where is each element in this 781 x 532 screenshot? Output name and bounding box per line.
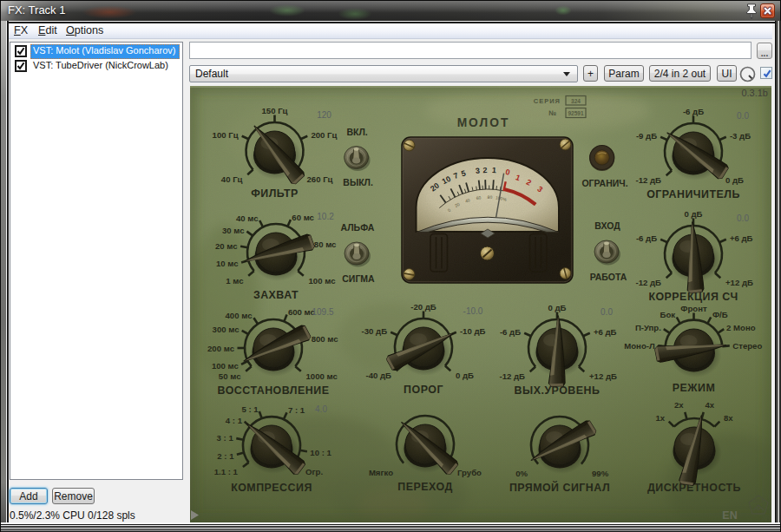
svg-text:30 мс: 30 мс (222, 226, 245, 235)
svg-text:+12 дБ: +12 дБ (589, 371, 617, 381)
svg-text:-10 дБ: -10 дБ (460, 326, 486, 336)
svg-text:40 Гц: 40 Гц (221, 174, 243, 184)
svg-text:-12 дБ: -12 дБ (499, 371, 525, 381)
svg-text:0.0: 0.0 (737, 111, 749, 121)
svg-text:2 Моно: 2 Моно (726, 323, 756, 332)
svg-text:150 Гц: 150 Гц (261, 106, 287, 115)
svg-text:-9 дБ: -9 дБ (636, 131, 657, 141)
svg-text:Ф/Б: Ф/Б (712, 310, 728, 319)
svg-text:1х: 1х (655, 413, 665, 423)
svg-text:ОГРАНИЧИТЕЛЬ: ОГРАНИЧИТЕЛЬ (646, 188, 740, 200)
svg-text:99%: 99% (592, 469, 609, 478)
svg-text:+6 дБ: +6 дБ (594, 327, 617, 337)
svg-text:120: 120 (317, 110, 331, 120)
svg-text:Огр.: Огр. (305, 467, 323, 476)
svg-text:0.3.1b: 0.3.1b (741, 88, 768, 98)
svg-text:РАБОТА: РАБОТА (590, 272, 627, 282)
svg-text:324: 324 (571, 98, 581, 104)
svg-text:0 дБ: 0 дБ (725, 175, 744, 185)
svg-text:3: 3 (475, 166, 480, 174)
svg-text:100 Гц: 100 Гц (213, 130, 239, 140)
svg-text:5 : 1: 5 : 1 (241, 404, 259, 414)
svg-text:800 мс: 800 мс (312, 334, 339, 344)
svg-text:40 мс: 40 мс (236, 213, 259, 223)
svg-text:-12 дБ: -12 дБ (635, 278, 661, 287)
svg-text:Грубо: Грубо (457, 468, 482, 477)
svg-text:2: 2 (482, 166, 487, 174)
svg-text:80: 80 (488, 194, 493, 200)
svg-text:ВХОД: ВХОД (594, 220, 620, 231)
svg-text:200 мс: 200 мс (207, 344, 235, 353)
svg-text:СССР: СССР (753, 499, 765, 503)
svg-text:1000 мс: 1000 мс (306, 371, 338, 381)
svg-text:-20 дБ: -20 дБ (410, 302, 436, 312)
svg-text:4х: 4х (705, 400, 714, 410)
svg-text:ВКЛ.: ВКЛ. (346, 127, 367, 137)
svg-text:260 Гц: 260 Гц (307, 174, 333, 184)
svg-text:КОМПРЕССИЯ: КОМПРЕССИЯ (231, 482, 312, 494)
svg-text:ОГРАНИЧ.: ОГРАНИЧ. (581, 178, 627, 188)
svg-text:10 : 1: 10 : 1 (310, 448, 331, 457)
svg-text:-6 дБ: -6 дБ (636, 233, 657, 243)
svg-text:-40 дБ: -40 дБ (365, 371, 391, 380)
svg-text:-3 дБ: -3 дБ (730, 131, 751, 141)
svg-text:ФИЛЬТР: ФИЛЬТР (251, 187, 299, 200)
svg-text:4 : 1: 4 : 1 (226, 416, 243, 425)
svg-text:1: 1 (492, 166, 497, 174)
svg-text:Моно-Л: Моно-Л (624, 341, 655, 351)
svg-text:+12 дБ: +12 дБ (725, 278, 753, 287)
svg-text:60 мс: 60 мс (292, 213, 314, 222)
svg-text:92591: 92591 (568, 110, 583, 116)
svg-text:№: № (548, 109, 556, 117)
svg-text:ЗАХВАТ: ЗАХВАТ (253, 289, 299, 301)
svg-text:Стерео: Стерео (732, 341, 762, 351)
svg-text:0.0: 0.0 (737, 213, 749, 223)
svg-text:300 мс: 300 мс (213, 325, 240, 334)
svg-text:ПРЯМОЙ СИГНАЛ: ПРЯМОЙ СИГНАЛ (509, 481, 610, 494)
svg-text:ВОССТАНОВЛЕНИЕ: ВОССТАНОВЛЕНИЕ (218, 384, 330, 397)
svg-text:8х: 8х (724, 413, 733, 423)
svg-text:2 : 1: 2 : 1 (217, 451, 234, 461)
svg-text:П-Упр.: П-Упр. (635, 323, 661, 332)
svg-text:200 Гц: 200 Гц (311, 130, 337, 140)
svg-text:2х: 2х (674, 400, 684, 410)
svg-text:-6 дБ: -6 дБ (683, 107, 704, 116)
svg-text:1.1 : 1: 1.1 : 1 (214, 467, 239, 476)
svg-text:СЕРИЯ: СЕРИЯ (534, 97, 561, 105)
svg-text:Бок: Бок (660, 310, 676, 319)
svg-text:10.2: 10.2 (317, 212, 334, 221)
svg-text:4.0: 4.0 (315, 404, 327, 414)
svg-text:0.0: 0.0 (601, 307, 613, 317)
svg-text:1 мс: 1 мс (226, 276, 244, 286)
svg-text:Мягко: Мягко (369, 468, 393, 477)
svg-text:-30 дБ: -30 дБ (362, 326, 388, 336)
svg-text:80 мс: 80 мс (314, 240, 337, 249)
svg-text:EN: EN (722, 509, 737, 522)
svg-text:РЕЖИМ: РЕЖИМ (673, 382, 715, 394)
svg-text:20 мс: 20 мс (215, 241, 238, 251)
svg-text:АЛЬФА: АЛЬФА (341, 222, 375, 233)
svg-text:109.5: 109.5 (312, 307, 333, 317)
svg-text:-6 дБ: -6 дБ (500, 327, 521, 337)
svg-text:МОЛОТ: МОЛОТ (457, 116, 510, 129)
svg-text:0 дБ: 0 дБ (548, 303, 567, 312)
svg-text:50 мс: 50 мс (219, 371, 241, 381)
svg-text:ПОРОГ: ПОРОГ (404, 384, 443, 396)
svg-text:60: 60 (476, 194, 482, 200)
svg-text:0 дБ: 0 дБ (685, 209, 703, 219)
svg-text:100 мс: 100 мс (309, 276, 337, 286)
svg-text:7 : 1: 7 : 1 (288, 405, 305, 415)
svg-text:0 дБ: 0 дБ (456, 371, 474, 380)
svg-text:-12 дБ: -12 дБ (635, 175, 661, 185)
svg-text:10 мс: 10 мс (216, 259, 239, 268)
svg-text:0%: 0% (515, 469, 528, 478)
svg-text:400 мс: 400 мс (226, 311, 253, 320)
svg-text:ВЫКЛ.: ВЫКЛ. (343, 177, 373, 187)
svg-text:ПЕРЕХОД: ПЕРЕХОД (397, 481, 452, 493)
svg-text:-10.0: -10.0 (463, 306, 483, 316)
svg-text:Фронт: Фронт (680, 304, 707, 313)
svg-text:3 : 1: 3 : 1 (217, 433, 234, 443)
svg-text:СИГМА: СИГМА (342, 273, 375, 284)
svg-text:100 мс: 100 мс (212, 361, 240, 371)
svg-text:+6 дБ: +6 дБ (730, 233, 753, 243)
